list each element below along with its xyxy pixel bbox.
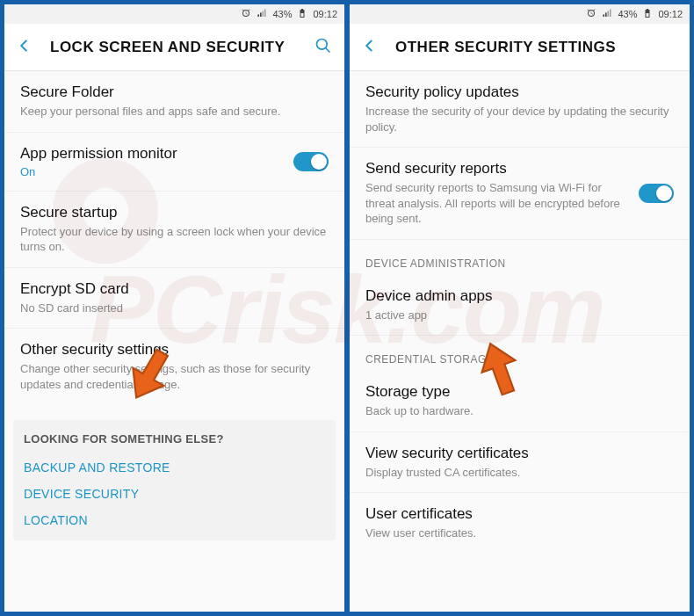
item-title: View security certificates — [365, 445, 674, 462]
item-subtitle: Protect your device by using a screen lo… — [20, 224, 329, 255]
search-icon[interactable] — [314, 37, 332, 58]
left-phone: 43% 09:12 LOCK SCREEN AND SECURITY Secur… — [4, 4, 344, 612]
signal-icon — [257, 8, 267, 20]
setting-app-permission-monitor[interactable]: App permission monitor On — [4, 132, 344, 191]
item-title: App permission monitor — [20, 145, 285, 163]
setting-send-security-reports[interactable]: Send security reports Send security repo… — [350, 147, 690, 239]
item-title: Send security reports — [365, 160, 630, 178]
signal-icon — [602, 8, 612, 20]
settings-list: Security policy updates Increase the sec… — [350, 71, 690, 612]
footer-link-location[interactable]: LOCATION — [24, 507, 325, 533]
item-subtitle: Back up to hardware. — [365, 403, 674, 419]
footer-title: LOOKING FOR SOMETHING ELSE? — [24, 432, 325, 446]
item-title: Secure startup — [20, 204, 329, 221]
title-bar: OTHER SECURITY SETTINGS — [350, 24, 690, 71]
svg-point-0 — [317, 39, 328, 49]
clock-text: 09:12 — [658, 9, 683, 19]
svg-line-1 — [326, 47, 330, 52]
battery-text: 43% — [272, 9, 292, 19]
item-subtitle: Display trusted CA certificates. — [365, 465, 674, 481]
section-credential-storage: CREDENTIAL STORAGE — [350, 335, 690, 371]
footer-link-device-security[interactable]: DEVICE SECURITY — [24, 481, 325, 507]
item-subtitle: Change other security settings, such as … — [20, 361, 329, 392]
status-bar: 43% 09:12 — [350, 4, 690, 24]
setting-storage-type[interactable]: Storage type Back up to hardware. — [350, 371, 690, 431]
alarm-icon — [241, 8, 251, 20]
item-subtitle: View user certificates. — [365, 525, 674, 541]
page-title: OTHER SECURITY SETTINGS — [395, 39, 677, 56]
item-title: Storage type — [365, 383, 674, 401]
setting-secure-startup[interactable]: Secure startup Protect your device by us… — [4, 191, 344, 267]
setting-view-security-certificates[interactable]: View security certificates Display trust… — [350, 431, 690, 493]
settings-list: Secure Folder Keep your personal files a… — [4, 71, 344, 612]
setting-other-security-settings[interactable]: Other security settings Change other sec… — [4, 328, 344, 404]
battery-icon — [297, 8, 307, 20]
setting-encrypt-sd-card[interactable]: Encrypt SD card No SD card inserted — [4, 267, 344, 329]
status-bar: 43% 09:12 — [4, 4, 344, 24]
back-icon[interactable] — [362, 38, 378, 57]
item-subtitle: Send security reports to Samsung via Wi-… — [365, 180, 630, 227]
back-icon[interactable] — [17, 38, 33, 57]
page-title: LOCK SCREEN AND SECURITY — [50, 39, 297, 56]
setting-user-certificates[interactable]: User certificates View user certificates… — [350, 492, 690, 554]
item-title: Security policy updates — [365, 83, 674, 101]
toggle-switch[interactable] — [639, 184, 674, 203]
setting-device-admin-apps[interactable]: Device admin apps 1 active app — [350, 275, 690, 336]
toggle-switch[interactable] — [293, 152, 329, 171]
item-title: Secure Folder — [20, 83, 329, 101]
item-subtitle: 1 active app — [365, 308, 674, 323]
clock-text: 09:12 — [313, 9, 337, 19]
item-status: On — [20, 165, 285, 178]
item-title: User certificates — [365, 505, 674, 523]
title-bar: LOCK SCREEN AND SECURITY — [4, 24, 344, 71]
item-title: Encrypt SD card — [20, 280, 329, 298]
battery-icon — [642, 8, 653, 20]
section-device-admin: DEVICE ADMINISTRATION — [350, 239, 690, 275]
footer-card: LOOKING FOR SOMETHING ELSE? BACKUP AND R… — [13, 420, 336, 540]
item-subtitle: Increase the security of your device by … — [365, 104, 674, 134]
alarm-icon — [586, 8, 596, 20]
item-title: Device admin apps — [365, 287, 674, 305]
battery-text: 43% — [618, 9, 637, 19]
right-phone: 43% 09:12 OTHER SECURITY SETTINGS Securi… — [350, 4, 690, 612]
item-subtitle: Keep your personal files and apps safe a… — [20, 104, 329, 120]
item-title: Other security settings — [20, 341, 329, 359]
setting-security-policy-updates[interactable]: Security policy updates Increase the sec… — [350, 71, 690, 147]
setting-secure-folder[interactable]: Secure Folder Keep your personal files a… — [4, 71, 344, 132]
item-subtitle: No SD card inserted — [20, 301, 329, 316]
footer-link-backup[interactable]: BACKUP AND RESTORE — [24, 454, 325, 481]
